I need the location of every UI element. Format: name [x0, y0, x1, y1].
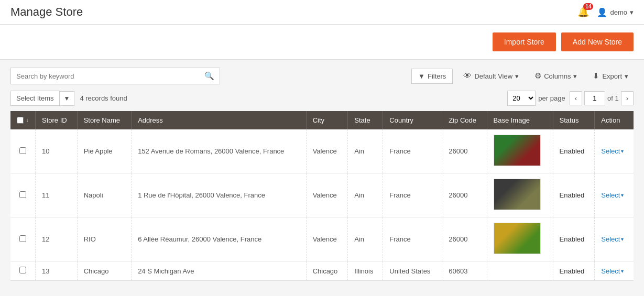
stores-table: ↓ Store ID Store Name Address City State…	[10, 111, 634, 281]
cell-store-id: 12	[36, 217, 78, 261]
row-checkbox[interactable]	[19, 191, 26, 198]
view-dropdown-icon: ▾	[515, 72, 519, 80]
prev-page-button[interactable]: ‹	[570, 91, 582, 105]
th-status: Status	[553, 111, 595, 129]
cell-country: France	[383, 217, 442, 261]
user-label: demo	[610, 8, 627, 16]
notification-badge: 14	[583, 3, 593, 10]
th-address: Address	[132, 111, 307, 129]
cell-address: 24 S Michigan Ave	[132, 261, 307, 281]
filters-button[interactable]: ▼ Filters	[411, 69, 453, 84]
row-checkbox[interactable]	[19, 235, 26, 242]
cell-status: Enabled	[553, 261, 595, 281]
th-country: Country	[383, 111, 442, 129]
user-icon: 👤	[597, 7, 607, 17]
page-current-input[interactable]	[584, 91, 605, 105]
left-toolbar: Select Items ▼ 4 records found	[10, 91, 127, 106]
cell-zip-code: 26000	[442, 173, 487, 217]
top-right-controls: 🔔 14 👤 demo ▾	[577, 6, 634, 18]
table-row: 12 RIO 6 Allée Réaumur, 26000 Valence, F…	[10, 217, 634, 261]
cell-status: Enabled	[553, 173, 595, 217]
th-state: State	[348, 111, 383, 129]
row-checkbox-cell	[10, 261, 36, 281]
cell-city: Chicago	[306, 261, 348, 281]
cell-state: Ain	[348, 129, 383, 173]
export-label: Export	[602, 72, 622, 80]
search-icon: 🔍	[204, 71, 214, 81]
cell-city: Valence	[306, 129, 348, 173]
th-city: City	[306, 111, 348, 129]
cell-base-image	[487, 261, 553, 281]
select-all-checkbox[interactable]	[17, 117, 24, 124]
filter-actions: ▼ Filters 👁 Default View ▾ ⚙ Columns ▾ ⬇…	[411, 68, 634, 84]
table-row: 13 Chicago 24 S Michigan Ave Chicago Ill…	[10, 261, 634, 281]
cell-state: Ain	[348, 173, 383, 217]
page-of-label: of 1	[607, 94, 619, 102]
sort-icon: ↓	[26, 117, 29, 123]
select-action-link[interactable]: Select▾	[601, 147, 627, 155]
per-page-label: per page	[538, 94, 565, 102]
select-action-link[interactable]: Select▾	[601, 235, 627, 243]
search-box[interactable]: 🔍	[10, 68, 220, 84]
gear-icon: ⚙	[534, 71, 541, 81]
action-chevron-icon: ▾	[621, 236, 624, 242]
row-checkbox[interactable]	[19, 267, 26, 273]
user-dropdown-icon: ▾	[630, 8, 634, 16]
cell-store-id: 10	[36, 129, 78, 173]
th-checkbox: ↓	[10, 111, 36, 129]
action-chevron-icon: ▾	[621, 148, 624, 154]
cell-action: Select▾	[595, 129, 634, 173]
user-menu[interactable]: 👤 demo ▾	[597, 7, 634, 17]
cell-action: Select▾	[595, 261, 634, 281]
select-action-link[interactable]: Select▾	[601, 191, 627, 199]
th-store-id: Store ID	[36, 111, 78, 129]
table-row: 10 Pie Apple 152 Avenue de Romans, 26000…	[10, 129, 634, 173]
notification-bell[interactable]: 🔔 14	[577, 6, 589, 18]
store-image	[494, 135, 541, 166]
select-items-dropdown[interactable]: ▼	[60, 91, 75, 106]
export-button[interactable]: ⬇ Export ▾	[587, 68, 634, 84]
row-checkbox-cell	[10, 129, 36, 173]
cell-store-id: 13	[36, 261, 78, 281]
cell-state: Illinois	[348, 261, 383, 281]
cell-zip-code: 26000	[442, 217, 487, 261]
store-image	[494, 179, 541, 210]
per-page-select[interactable]: 20 50 100	[507, 91, 536, 106]
cell-store-name: RIO	[77, 217, 131, 261]
select-action-link[interactable]: Select▾	[601, 267, 627, 275]
cell-status: Enabled	[553, 217, 595, 261]
per-page-wrap: 20 50 100 per page	[507, 91, 565, 106]
export-icon: ⬇	[593, 71, 599, 81]
table-header-row: ↓ Store ID Store Name Address City State…	[10, 111, 634, 129]
search-input[interactable]	[16, 72, 204, 80]
default-view-button[interactable]: 👁 Default View ▾	[458, 68, 524, 84]
cell-store-name: Pie Apple	[77, 129, 131, 173]
table-row: 11 Napoli 1 Rue de l'Hôpital, 26000 Vale…	[10, 173, 634, 217]
toolbar-row: Select Items ▼ 4 records found 20 50 100…	[10, 91, 634, 106]
import-store-button[interactable]: Import Store	[493, 32, 556, 51]
th-zip-code: Zip Code	[442, 111, 487, 129]
cell-base-image	[487, 173, 553, 217]
row-checkbox[interactable]	[19, 147, 26, 154]
cell-base-image	[487, 217, 553, 261]
page-title: Manage Store	[10, 5, 83, 19]
select-items-button[interactable]: Select Items	[10, 91, 60, 106]
pagination-wrap: ‹ of 1 ›	[570, 91, 634, 105]
cell-country: France	[383, 173, 442, 217]
th-base-image: Base Image	[487, 111, 553, 129]
cell-zip-code: 60603	[442, 261, 487, 281]
cell-action: Select▾	[595, 217, 634, 261]
cell-address: 6 Allée Réaumur, 26000 Valence, France	[132, 217, 307, 261]
select-items-wrap: Select Items ▼	[10, 91, 74, 106]
main-content: 🔍 ▼ Filters 👁 Default View ▾ ⚙ Columns ▾…	[0, 68, 644, 281]
add-new-store-button[interactable]: Add New Store	[561, 32, 634, 51]
cell-city: Valence	[306, 173, 348, 217]
cell-store-id: 11	[36, 173, 78, 217]
action-bar: Import Store Add New Store	[0, 25, 644, 60]
action-chevron-icon: ▾	[621, 268, 624, 274]
export-dropdown-icon: ▾	[625, 72, 628, 80]
columns-dropdown-icon: ▾	[573, 72, 577, 80]
cell-state: Ain	[348, 217, 383, 261]
columns-button[interactable]: ⚙ Columns ▾	[529, 68, 582, 84]
next-page-button[interactable]: ›	[621, 91, 634, 105]
